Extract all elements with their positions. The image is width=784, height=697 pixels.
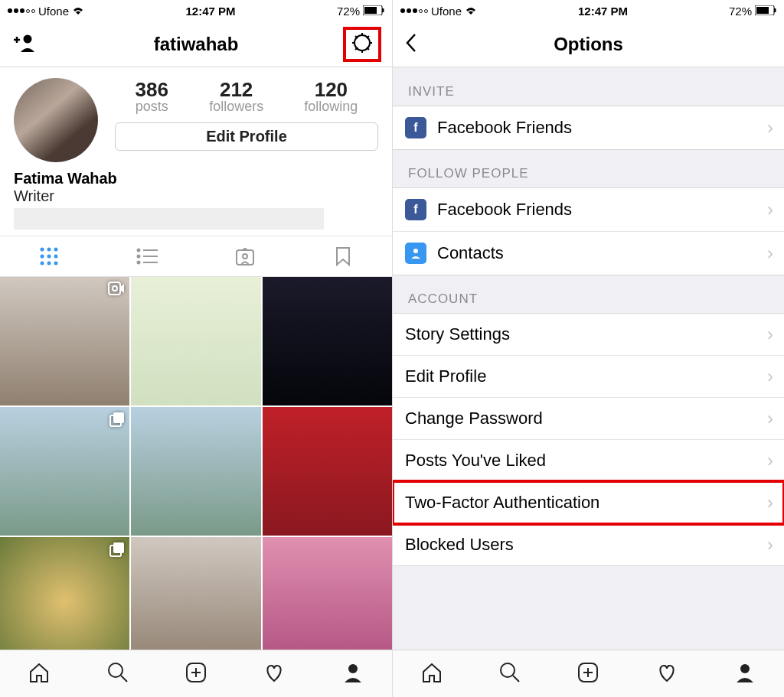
post-cell[interactable] [0, 537, 129, 650]
profile-tab-icon[interactable] [341, 661, 364, 687]
svg-point-53 [740, 664, 750, 673]
signal-dots-icon [8, 8, 35, 13]
profile-tab-icon[interactable] [733, 661, 756, 687]
bio-text: Writer [14, 187, 378, 205]
svg-rect-45 [774, 8, 776, 12]
signal-dots-icon [400, 8, 428, 13]
post-cell[interactable] [0, 277, 129, 405]
row-facebook-friends-invite[interactable]: f Facebook Friends › [393, 106, 784, 150]
facebook-icon: f [405, 117, 426, 138]
video-icon [108, 282, 125, 298]
chevron-right-icon: › [767, 492, 773, 513]
profile-view-tabs [0, 236, 392, 277]
svg-point-33 [113, 286, 117, 291]
post-cell[interactable] [0, 407, 129, 536]
followers-label: followers [209, 99, 263, 115]
carousel-icon [109, 412, 125, 430]
bottom-tab-bar [393, 650, 784, 697]
row-facebook-friends-follow[interactable]: f Facebook Friends › [393, 187, 784, 232]
row-label: Story Settings [405, 324, 510, 344]
svg-line-49 [513, 676, 519, 682]
tab-list[interactable] [98, 236, 196, 276]
chevron-right-icon: › [767, 324, 773, 345]
status-bar: Ufone 12:47 PM 72% [393, 0, 784, 21]
tab-grid[interactable] [0, 236, 98, 276]
profile-username: fatiwahab [154, 34, 239, 55]
post-cell[interactable] [131, 537, 260, 650]
battery-percent: 72% [337, 5, 360, 18]
settings-gear-highlight [343, 27, 381, 62]
row-contacts[interactable]: Contacts › [393, 231, 784, 275]
clock: 12:47 PM [185, 5, 235, 18]
profile-screen: Ufone 12:47 PM 72% fatiwahab [0, 0, 392, 697]
tab-tagged[interactable] [196, 236, 294, 276]
row-blocked-users[interactable]: Blocked Users › [393, 523, 784, 566]
svg-point-17 [54, 248, 58, 252]
section-invite: INVITE [393, 67, 784, 106]
svg-line-39 [121, 676, 127, 682]
svg-point-23 [54, 262, 58, 265]
row-story-settings[interactable]: Story Settings › [393, 313, 784, 356]
svg-point-20 [54, 255, 58, 259]
wifi-icon [72, 5, 84, 18]
svg-point-24 [138, 249, 140, 252]
posts-grid [0, 277, 392, 650]
stat-followers[interactable]: 212 followers [209, 78, 263, 115]
stat-following[interactable]: 120 following [304, 78, 358, 115]
tab-saved[interactable] [294, 236, 392, 276]
row-label: Two-Factor Authentication [405, 493, 599, 513]
chevron-right-icon: › [767, 117, 773, 138]
row-label: Facebook Friends [437, 200, 572, 220]
posts-label: posts [136, 99, 168, 115]
battery-icon [363, 5, 384, 18]
heart-icon[interactable] [655, 661, 678, 687]
status-bar: Ufone 12:47 PM 72% [0, 0, 392, 21]
bottom-tab-bar [0, 650, 392, 697]
svg-rect-32 [109, 282, 120, 295]
carrier-label: Ufone [38, 5, 69, 18]
search-icon[interactable] [106, 661, 129, 687]
search-icon[interactable] [498, 661, 521, 687]
back-icon[interactable] [403, 31, 419, 57]
home-icon[interactable] [28, 661, 51, 687]
row-label: Blocked Users [405, 535, 514, 555]
chevron-right-icon: › [767, 243, 773, 264]
facebook-icon: f [405, 199, 426, 220]
chevron-right-icon: › [767, 450, 773, 471]
carrier-label: Ufone [431, 5, 462, 18]
heart-icon[interactable] [263, 661, 286, 687]
svg-point-48 [501, 663, 514, 677]
gear-icon[interactable] [351, 44, 374, 57]
row-label: Posts You've Liked [405, 451, 546, 471]
stat-posts[interactable]: 386 posts [136, 78, 168, 115]
add-post-icon[interactable] [577, 661, 599, 687]
options-screen: Ufone 12:47 PM 72% Options INVITE f Face… [392, 0, 784, 697]
contacts-icon [405, 243, 426, 264]
bio-link-redacted [14, 208, 324, 230]
post-cell[interactable] [263, 537, 392, 650]
options-title: Options [554, 34, 623, 55]
svg-rect-46 [756, 7, 769, 14]
post-cell[interactable] [263, 277, 392, 405]
add-post-icon[interactable] [185, 661, 207, 687]
profile-header: 386 posts 212 followers 120 following Ed… [0, 67, 392, 168]
edit-profile-button[interactable]: Edit Profile [115, 122, 378, 151]
post-cell[interactable] [131, 277, 260, 405]
profile-nav: fatiwahab [0, 21, 392, 67]
svg-point-38 [109, 663, 122, 677]
row-posts-liked[interactable]: Posts You've Liked › [393, 439, 784, 482]
post-cell[interactable] [131, 407, 260, 536]
svg-rect-36 [113, 542, 124, 553]
options-nav: Options [393, 21, 784, 67]
row-two-factor-auth[interactable]: Two-Factor Authentication › [393, 481, 784, 524]
row-edit-profile[interactable]: Edit Profile › [393, 355, 784, 398]
svg-point-5 [24, 34, 32, 43]
row-change-password[interactable]: Change Password › [393, 397, 784, 440]
svg-point-31 [243, 254, 247, 259]
add-user-icon[interactable] [11, 32, 35, 57]
chevron-right-icon: › [767, 366, 773, 387]
avatar[interactable] [14, 78, 98, 162]
home-icon[interactable] [420, 661, 443, 687]
post-cell[interactable] [263, 407, 392, 536]
options-list[interactable]: INVITE f Facebook Friends › FOLLOW PEOPL… [393, 67, 784, 650]
